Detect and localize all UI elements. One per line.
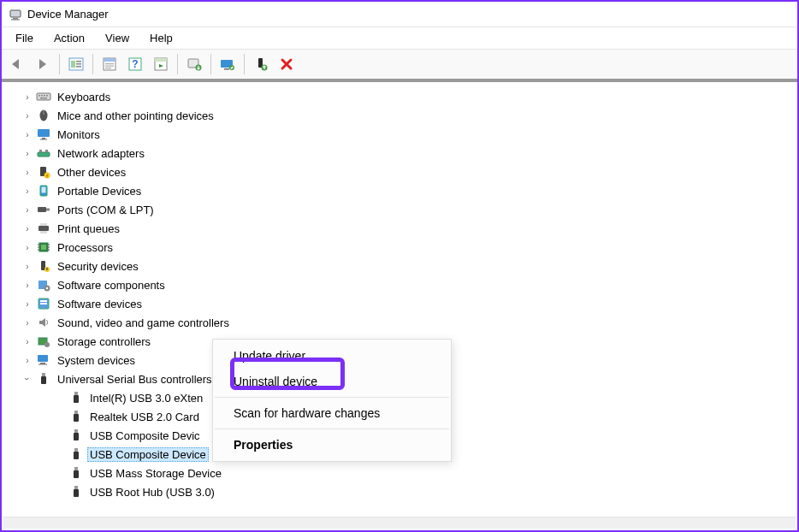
tree-label: Portable Devices: [55, 184, 144, 198]
context-uninstall-device[interactable]: Uninstall device: [213, 369, 451, 394]
port-icon: [36, 202, 51, 217]
tree-label: Ports (COM & LPT): [55, 203, 157, 217]
tree-category-mice[interactable]: › Mice and other pointing devices: [2, 106, 797, 125]
svg-rect-1: [13, 18, 18, 20]
chevron-right-icon[interactable]: ›: [22, 242, 33, 252]
usb-plug-icon: [68, 446, 84, 462]
tree-category-softdev[interactable]: › Software devices: [2, 294, 797, 313]
tree-category-processors[interactable]: › Processors: [2, 238, 797, 257]
usb-icon: [36, 371, 51, 387]
tree-item-usb-mass[interactable]: USB Mass Storage Device: [2, 464, 797, 482]
usb-plug-icon: [68, 409, 84, 424]
tree-label: Mice and other pointing devices: [55, 109, 216, 123]
action-icon[interactable]: [149, 52, 173, 76]
svg-rect-9: [104, 58, 115, 62]
svg-rect-16: [155, 58, 167, 62]
chevron-right-icon[interactable]: ›: [22, 186, 33, 196]
svg-rect-73: [74, 395, 79, 403]
svg-rect-69: [38, 364, 47, 365]
svg-rect-0: [10, 10, 21, 17]
menu-view[interactable]: View: [95, 29, 139, 47]
show-hide-tree-icon[interactable]: [64, 52, 88, 76]
security-icon: [36, 258, 51, 274]
svg-rect-63: [40, 300, 47, 302]
svg-rect-31: [44, 110, 44, 115]
chevron-right-icon[interactable]: ›: [22, 204, 33, 215]
svg-text:?: ?: [132, 58, 138, 70]
storage-icon: [36, 334, 51, 349]
nav-forward-icon[interactable]: [31, 52, 55, 76]
enable-device-icon[interactable]: [249, 52, 273, 76]
printer-icon: [36, 221, 51, 236]
svg-rect-6: [76, 63, 81, 65]
tree-category-other[interactable]: › ! Other devices: [2, 163, 797, 181]
chevron-right-icon[interactable]: ›: [22, 261, 33, 271]
tree-label: USB Mass Storage Device: [87, 466, 224, 481]
svg-rect-37: [45, 150, 48, 152]
network-icon: [36, 145, 51, 161]
tree-label: Software devices: [55, 297, 145, 311]
properties-icon[interactable]: [98, 52, 121, 76]
tree-category-network[interactable]: › Network adapters: [2, 144, 797, 163]
svg-rect-83: [74, 489, 79, 497]
system-icon: [36, 352, 51, 368]
svg-rect-45: [38, 226, 49, 231]
chevron-right-icon[interactable]: ›: [22, 355, 33, 365]
chevron-right-icon[interactable]: ›: [22, 336, 33, 346]
svg-rect-42: [42, 187, 46, 193]
tree-label: USB Composite Device: [87, 447, 209, 462]
svg-rect-74: [74, 411, 78, 414]
svg-rect-27: [44, 95, 45, 97]
chevron-right-icon[interactable]: ›: [22, 110, 33, 121]
keyboard-icon: [36, 89, 51, 104]
tree-category-keyboards[interactable]: › Keyboards: [2, 87, 797, 106]
svg-rect-20: [224, 68, 229, 70]
tree-label: Other devices: [55, 165, 128, 180]
uninstall-icon[interactable]: [275, 52, 299, 76]
tree-category-portable[interactable]: › Portable Devices: [2, 181, 797, 200]
menu-help[interactable]: Help: [139, 29, 183, 47]
tree-category-softcomp[interactable]: › Software components: [2, 275, 797, 294]
window-title: Device Manager: [27, 8, 109, 21]
chevron-right-icon[interactable]: ›: [22, 317, 33, 328]
svg-rect-10: [105, 63, 114, 64]
chevron-right-icon[interactable]: ›: [22, 129, 33, 139]
chevron-down-icon[interactable]: ›: [22, 374, 33, 384]
chevron-right-icon[interactable]: ›: [22, 299, 33, 309]
tree-label: Software components: [55, 278, 168, 293]
tree-category-ports[interactable]: › Ports (COM & LPT): [2, 200, 797, 219]
tree-category-sound[interactable]: › Sound, video and game controllers: [2, 313, 797, 332]
help-icon[interactable]: ?: [123, 52, 147, 76]
tree-category-print[interactable]: › Print queues: [2, 219, 797, 238]
context-scan-hardware[interactable]: Scan for hardware changes: [213, 400, 451, 426]
context-properties[interactable]: Properties: [213, 432, 451, 458]
context-update-driver[interactable]: Update driver: [213, 343, 451, 369]
svg-rect-32: [38, 129, 50, 137]
svg-rect-49: [41, 245, 46, 250]
svg-rect-75: [74, 414, 79, 422]
device-tree[interactable]: › Keyboards › Mice and other pointing de…: [2, 82, 797, 522]
scan-hardware-icon[interactable]: [216, 52, 240, 76]
chevron-right-icon[interactable]: ›: [22, 280, 33, 290]
chevron-right-icon[interactable]: ›: [22, 223, 33, 233]
chevron-right-icon[interactable]: ›: [22, 92, 33, 102]
chevron-right-icon[interactable]: ›: [22, 148, 33, 158]
svg-rect-36: [39, 150, 42, 152]
menu-action[interactable]: Action: [44, 29, 95, 47]
software-dev-icon: [36, 296, 51, 311]
menu-file[interactable]: File: [5, 29, 44, 47]
svg-rect-67: [38, 355, 48, 362]
tree-label: Storage controllers: [55, 334, 153, 349]
tree-item-usb-root[interactable]: USB Root Hub (USB 3.0): [2, 482, 797, 501]
nav-back-icon[interactable]: [5, 52, 29, 76]
tree-label: USB Root Hub (USB 3.0): [87, 485, 217, 499]
tree-label: Universal Serial Bus controllers: [55, 372, 215, 387]
update-driver-icon[interactable]: [182, 52, 206, 76]
chevron-right-icon[interactable]: ›: [22, 167, 33, 177]
tree-label: Processors: [55, 240, 115, 255]
tree-category-monitors[interactable]: › Monitors: [2, 125, 797, 144]
svg-rect-64: [40, 303, 47, 304]
svg-rect-81: [74, 470, 79, 478]
horizontal-scrollbar[interactable]: [3, 517, 796, 529]
tree-category-security[interactable]: › Security devices: [2, 257, 797, 275]
